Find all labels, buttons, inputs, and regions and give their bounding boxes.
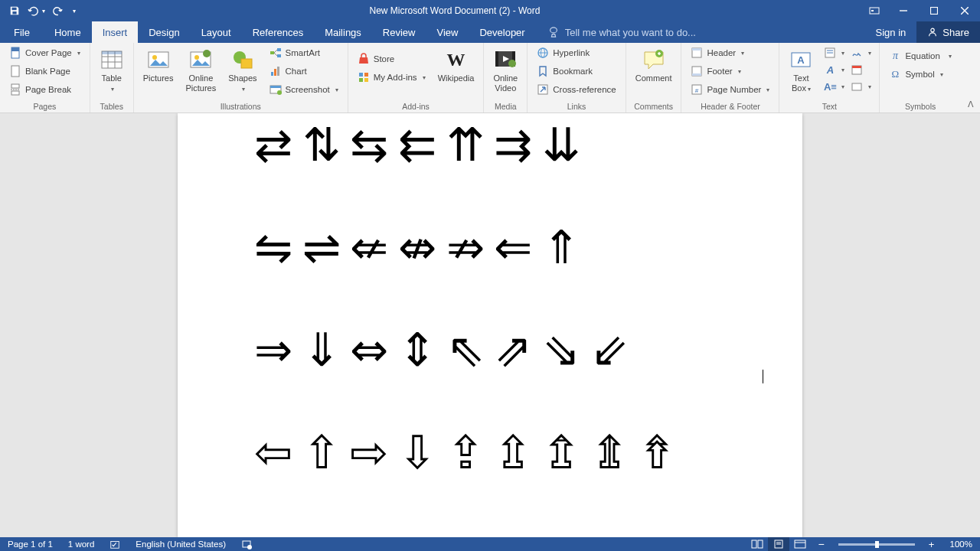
window-title: New Microsoft Word Document (2) - Word <box>80 5 861 16</box>
macro-recording[interactable] <box>234 539 260 549</box>
svg-rect-32 <box>271 72 273 76</box>
tab-mailings[interactable]: Mailings <box>314 21 372 43</box>
maximize-button[interactable] <box>919 0 949 21</box>
document-area[interactable]: ⇄ ⇅ ⇆ ⇇ ⇈ ⇉ ⇊ ⇋ ⇌ ⇍ ⇎ ⇏ ⇐ ⇑ ⇒ ⇓ ⇔ ⇕ ⇖ ⇗ … <box>0 113 980 537</box>
svg-rect-36 <box>270 86 281 88</box>
svg-rect-28 <box>277 48 281 51</box>
header-button[interactable]: Header▾ <box>686 44 774 61</box>
print-layout-button[interactable] <box>768 537 789 551</box>
group-illustrations: Pictures OnlinePictures Shapes▾ SmartArt… <box>134 43 348 112</box>
document-page[interactable]: ⇄ ⇅ ⇆ ⇇ ⇈ ⇉ ⇊ ⇋ ⇌ ⇍ ⇎ ⇏ ⇐ ⇑ ⇒ ⇓ ⇔ ⇕ ⇖ ⇗ … <box>178 113 802 537</box>
store-label: Store <box>374 54 395 64</box>
shapes-button[interactable]: Shapes▾ <box>224 44 261 95</box>
tab-design[interactable]: Design <box>138 21 190 43</box>
bookmark-button[interactable]: Bookmark <box>532 63 620 80</box>
wikipedia-button[interactable]: W Wikipedia <box>433 44 479 85</box>
cover-page-button[interactable]: Cover Page▾ <box>5 44 85 61</box>
tab-review[interactable]: Review <box>372 21 426 43</box>
smartart-button[interactable]: SmartArt <box>265 44 343 61</box>
pictures-button[interactable]: Pictures <box>139 44 178 85</box>
ribbon-display-options[interactable] <box>861 0 888 21</box>
word-count[interactable]: 1 word <box>60 540 103 549</box>
wordart-button[interactable]: A▾ <box>821 61 848 78</box>
hyperlink-button[interactable]: Hyperlink <box>532 44 620 61</box>
online-pictures-label: OnlinePictures <box>185 73 216 93</box>
object-button[interactable]: ▾ <box>848 78 874 95</box>
shapes-label: Shapes <box>228 73 256 83</box>
screenshot-button[interactable]: Screenshot▾ <box>265 81 343 98</box>
svg-rect-43 <box>495 51 498 67</box>
zoom-level[interactable]: 100% <box>942 540 980 549</box>
store-icon <box>358 53 370 65</box>
read-mode-button[interactable] <box>746 537 768 551</box>
blank-page-button[interactable]: Blank Page <box>5 63 85 80</box>
qat-customize[interactable]: ▾ <box>69 2 80 20</box>
drop-cap-button[interactable]: A≡▾ <box>821 78 848 95</box>
hyperlink-icon <box>537 47 549 59</box>
equation-button[interactable]: π Equation▾ <box>884 47 956 64</box>
tab-home[interactable]: Home <box>44 21 92 43</box>
page-number-button[interactable]: # Page Number▾ <box>686 81 774 98</box>
zoom-slider[interactable] <box>838 543 915 546</box>
svg-rect-11 <box>11 84 19 88</box>
save-button[interactable] <box>5 2 24 20</box>
tab-references[interactable]: References <box>242 21 314 43</box>
cross-reference-button[interactable]: Cross-reference <box>532 81 620 98</box>
spell-check-status[interactable] <box>102 539 128 549</box>
screenshot-label: Screenshot <box>286 85 330 94</box>
collapse-ribbon-button[interactable]: ᐱ <box>968 99 974 109</box>
footer-button[interactable]: Footer▾ <box>686 63 774 80</box>
tab-layout[interactable]: Layout <box>191 21 242 43</box>
svg-rect-64 <box>852 83 861 90</box>
zoom-out-button[interactable]: − <box>811 537 832 551</box>
page-indicator[interactable]: Page 1 of 1 <box>0 540 60 549</box>
svg-rect-33 <box>274 69 276 76</box>
group-pages: Cover Page▾ Blank Page Page Break Pages <box>0 43 90 112</box>
status-bar: Page 1 of 1 1 word English (United State… <box>0 537 980 551</box>
undo-button[interactable]: ▾ <box>26 2 46 20</box>
chart-button[interactable]: Chart <box>265 63 343 80</box>
page-break-button[interactable]: Page Break <box>5 81 85 98</box>
signature-line-button[interactable]: ▾ <box>848 44 874 61</box>
tab-file[interactable]: File <box>0 21 44 43</box>
svg-rect-41 <box>364 78 368 82</box>
svg-rect-68 <box>752 540 756 548</box>
window-controls <box>888 0 980 21</box>
symbol-button[interactable]: Ω Symbol▾ <box>884 66 956 83</box>
equation-label: Equation <box>905 51 939 60</box>
my-addins-button[interactable]: My Add-ins▾ <box>353 69 430 86</box>
web-layout-button[interactable] <box>789 537 811 551</box>
date-time-button[interactable] <box>848 61 866 78</box>
share-button[interactable]: Share <box>916 21 980 43</box>
cross-reference-label: Cross-reference <box>553 85 616 94</box>
zoom-in-button[interactable]: + <box>921 537 942 551</box>
comment-button[interactable]: Comment <box>631 44 677 85</box>
close-button[interactable] <box>949 0 980 21</box>
symbol-label: Symbol <box>905 70 934 79</box>
bookmark-icon <box>537 65 549 77</box>
table-button[interactable]: Table▾ <box>95 44 129 95</box>
sign-in-link[interactable]: Sign in <box>865 21 917 43</box>
tab-view[interactable]: View <box>426 21 469 43</box>
svg-point-24 <box>203 50 211 57</box>
tell-me-search[interactable]: Tell me what you want to do... <box>536 27 696 38</box>
symbols-group-label: Symbols <box>884 102 956 112</box>
tab-developer[interactable]: Developer <box>469 21 535 43</box>
quick-parts-button[interactable]: ▾ <box>821 44 848 61</box>
minimize-button[interactable] <box>888 0 919 21</box>
online-pictures-button[interactable]: OnlinePictures <box>181 44 220 95</box>
signature-icon <box>851 47 863 59</box>
redo-button[interactable] <box>47 2 67 20</box>
page-break-label: Page Break <box>25 85 71 94</box>
equation-icon: π <box>889 50 901 62</box>
language-indicator[interactable]: English (United States) <box>128 540 234 549</box>
tab-insert[interactable]: Insert <box>92 21 139 43</box>
store-button[interactable]: Store <box>353 51 430 67</box>
table-label: Table <box>102 73 122 83</box>
text-box-button[interactable]: A TextBox▾ <box>784 44 818 95</box>
wikipedia-label: Wikipedia <box>438 73 475 83</box>
online-video-button[interactable]: OnlineVideo <box>488 44 522 95</box>
screenshot-icon <box>270 83 282 96</box>
svg-point-37 <box>277 90 282 95</box>
footer-icon <box>691 65 703 77</box>
